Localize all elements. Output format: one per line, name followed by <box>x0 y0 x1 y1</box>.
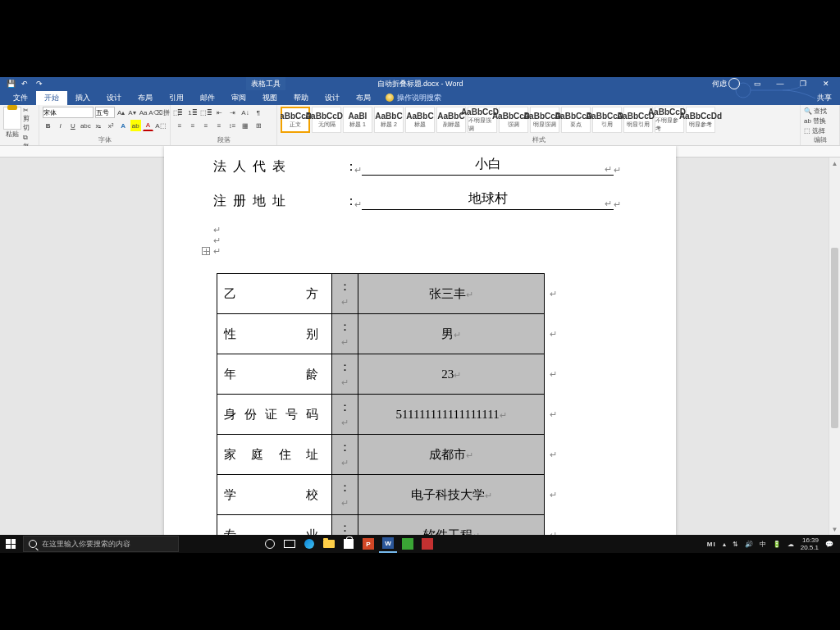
redo-icon[interactable]: ↷ <box>36 80 44 88</box>
scroll-down-arrow-icon[interactable]: ▼ <box>829 523 840 535</box>
shrink-font-icon[interactable]: A▾ <box>127 107 136 118</box>
select-button[interactable]: ⬚ 选择 <box>804 126 836 135</box>
table-value-cell[interactable]: 511111111111111111↵↵ <box>358 395 545 435</box>
tab-view[interactable]: 视图 <box>254 91 285 105</box>
borders-icon[interactable]: ⊞ <box>253 120 264 131</box>
align-left-icon[interactable]: ≡ <box>174 120 185 131</box>
align-right-icon[interactable]: ≡ <box>200 120 212 131</box>
styles-gallery[interactable]: AaBbCcDd正文AaBbCcDd无间隔AaBl标题 1AaBbC标题 2Aa… <box>281 107 797 133</box>
ime-indicator[interactable]: 中 <box>760 540 766 549</box>
network-icon[interactable]: ⇅ <box>733 541 738 548</box>
table-colon-cell[interactable]: ：↵ <box>332 395 358 435</box>
table-value-cell[interactable]: 成都市↵↵ <box>358 435 545 475</box>
grow-font-icon[interactable]: A▴ <box>116 107 126 118</box>
user-avatar-icon[interactable] <box>728 78 740 89</box>
page[interactable]: 法人代表：↵小白↵↵注册地址：↵地球村↵↵ ↵ ↵ ↵ 乙方：↵张三丰↵↵性别：… <box>164 146 676 535</box>
shading-icon[interactable]: ▦ <box>240 120 251 131</box>
cortana-icon[interactable] <box>261 535 279 553</box>
font-name-select[interactable] <box>43 107 94 118</box>
find-button[interactable]: 🔍 查找 <box>804 107 836 116</box>
table-value-cell[interactable]: 电子科技大学↵↵ <box>358 475 545 515</box>
tab-home[interactable]: 开始 <box>36 91 67 105</box>
table-value-cell[interactable]: 男↵↵ <box>358 314 545 354</box>
line-spacing-icon[interactable]: ↕≡ <box>226 120 238 131</box>
table-row[interactable]: 身份证号码：↵511111111111111111↵↵ <box>217 395 545 435</box>
party-b-table[interactable]: 乙方：↵张三丰↵↵性别：↵男↵↵年龄：↵23↵↵身份证号码：↵511111111… <box>217 273 545 535</box>
onedrive-icon[interactable]: ☁ <box>788 541 794 548</box>
superscript-icon[interactable]: x² <box>106 120 116 131</box>
ribbon-display-options-icon[interactable]: ▭ <box>746 77 768 90</box>
task-view-icon[interactable] <box>281 535 299 553</box>
increase-indent-icon[interactable]: ⇥ <box>226 107 238 118</box>
taskbar-clock[interactable]: 16:39 20.5.1 <box>801 536 819 551</box>
strikethrough-icon[interactable]: abc <box>80 120 91 131</box>
style-item[interactable]: AaBbC标题 2 <box>374 107 404 133</box>
start-button[interactable] <box>0 535 21 553</box>
tray-overflow-icon[interactable]: ▴ <box>723 541 726 548</box>
tab-table-design[interactable]: 设计 <box>317 91 348 105</box>
user-name-label[interactable]: 何虑 <box>712 79 727 89</box>
show-marks-icon[interactable]: ¶ <box>253 107 264 118</box>
italic-icon[interactable]: I <box>55 120 66 131</box>
style-item[interactable]: AaBbCcDd无间隔 <box>312 107 341 133</box>
table-row[interactable]: 专业：↵软件工程↵↵ <box>217 515 545 536</box>
paste-label[interactable]: 粘贴 <box>6 130 19 139</box>
text-effects-icon[interactable]: A <box>118 120 129 131</box>
table-label-cell[interactable]: 乙方 <box>217 274 332 314</box>
mi-logo-icon[interactable]: MI <box>707 541 716 548</box>
font-color-icon[interactable]: A <box>143 120 153 131</box>
table-colon-cell[interactable]: ：↵ <box>332 314 358 354</box>
table-row[interactable]: 学校：↵电子科技大学↵↵ <box>217 475 545 515</box>
table-colon-cell[interactable]: ：↵ <box>332 475 358 515</box>
save-icon[interactable]: 💾 <box>7 80 15 88</box>
tab-design[interactable]: 设计 <box>98 91 130 105</box>
table-row[interactable]: 乙方：↵张三丰↵↵ <box>217 274 545 314</box>
tab-review[interactable]: 审阅 <box>223 91 254 105</box>
undo-icon[interactable]: ↶ <box>21 80 30 88</box>
maximize-button[interactable]: ❐ <box>792 77 814 90</box>
cut-button[interactable]: ✂ 剪切 <box>23 107 35 132</box>
style-item[interactable]: AaBbC标题 <box>405 107 435 133</box>
phonetic-guide-icon[interactable]: 拼 <box>162 107 171 118</box>
table-row[interactable]: 性别：↵男↵↵ <box>217 314 545 354</box>
scroll-up-arrow-icon[interactable]: ▲ <box>829 158 840 169</box>
tab-file[interactable]: 文件 <box>5 91 36 105</box>
table-label-cell[interactable]: 性别 <box>217 314 332 354</box>
table-value-cell[interactable]: 23↵↵ <box>358 354 545 395</box>
tab-mailings[interactable]: 邮件 <box>192 91 223 105</box>
close-button[interactable]: ✕ <box>815 77 837 90</box>
table-colon-cell[interactable]: ：↵ <box>332 274 358 314</box>
table-colon-cell[interactable]: ：↵ <box>332 435 358 475</box>
table-row[interactable]: 家庭住址：↵成都市↵↵ <box>217 435 545 475</box>
paste-icon[interactable] <box>3 107 21 130</box>
table-label-cell[interactable]: 家庭住址 <box>217 435 332 475</box>
form-line[interactable]: 法人代表：↵小白↵↵ <box>213 156 627 176</box>
table-colon-cell[interactable]: ：↵ <box>332 515 358 536</box>
font-size-select[interactable] <box>95 107 115 118</box>
style-item[interactable]: AaBl标题 1 <box>343 107 372 133</box>
form-line[interactable]: 注册地址：↵地球村↵↵ <box>213 190 627 210</box>
share-button[interactable]: 共享 <box>817 93 832 103</box>
table-row[interactable]: 年龄：↵23↵↵ <box>217 354 545 395</box>
app-red-icon[interactable] <box>418 535 436 553</box>
replace-button[interactable]: ab 替换 <box>804 116 836 126</box>
bold-icon[interactable]: B <box>43 120 53 131</box>
app-green-icon[interactable] <box>399 535 417 553</box>
form-value[interactable]: 小白↵ <box>362 156 614 176</box>
tab-help[interactable]: 帮助 <box>285 91 317 105</box>
table-label-cell[interactable]: 学校 <box>217 475 332 515</box>
character-shading-icon[interactable]: A⬚ <box>155 120 167 131</box>
edge-icon[interactable] <box>300 535 318 553</box>
change-case-icon[interactable]: Aa <box>139 107 148 118</box>
sort-icon[interactable]: A↓ <box>240 107 251 118</box>
scrollbar-thumb[interactable] <box>831 248 838 428</box>
table-colon-cell[interactable]: ：↵ <box>332 354 358 395</box>
volume-icon[interactable]: 🔊 <box>745 541 753 548</box>
table-value-cell[interactable]: 软件工程↵↵ <box>358 515 545 536</box>
table-move-handle-icon[interactable] <box>202 247 210 255</box>
clear-formatting-icon[interactable]: A⌫ <box>149 107 161 118</box>
file-explorer-icon[interactable] <box>320 535 338 553</box>
table-label-cell[interactable]: 年龄 <box>217 354 332 395</box>
form-value[interactable]: 地球村↵ <box>362 190 614 210</box>
multilevel-list-icon[interactable]: ⬚≣ <box>200 107 212 118</box>
